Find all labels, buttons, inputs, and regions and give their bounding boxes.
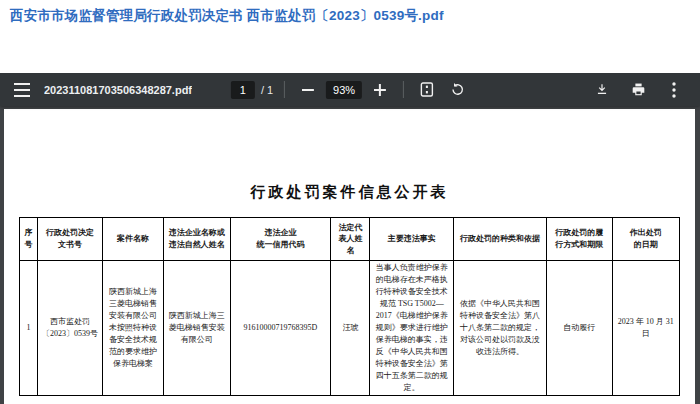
cell-penalty-type-basis: 依据《中华人民共和国特种设备安全法》第八十八条第二款的规定，对该公司处以罚款及没… <box>454 261 546 396</box>
toolbar-divider <box>284 81 285 98</box>
col-header-fulfillment: 行政处罚的履 行方式和期限 <box>546 218 612 261</box>
zoom-out-icon[interactable] <box>296 78 320 102</box>
document-title: 行政处罚案件信息公开表 <box>4 183 695 202</box>
col-header-credit-code: 违法企业 统一信用代码 <box>230 218 331 261</box>
col-header-legal-rep: 法定代 表人姓 名 <box>331 218 370 261</box>
cell-seq: 1 <box>20 261 38 396</box>
cell-decision-number: 西市监处罚〔2023〕0539号 <box>37 261 102 396</box>
pdf-viewer: 202311081703506348287.pdf / 1 93% <box>0 73 700 404</box>
col-header-violator-name: 违法企业名称或 违法自然人姓名 <box>163 218 230 261</box>
fit-page-icon[interactable] <box>415 78 439 102</box>
table-row: 1 西市监处罚〔2023〕0539号 陕西新城上海三菱电梯销售安装有限公司未按照… <box>20 261 680 396</box>
rotate-icon[interactable] <box>445 78 469 102</box>
table-header-row: 序 号 行政处罚决定 文书号 案件名称 违法企业名称或 违法自然人姓名 违法企业… <box>20 218 680 261</box>
col-header-decision-number: 行政处罚决定 文书号 <box>37 218 102 261</box>
menu-icon[interactable] <box>10 78 34 102</box>
pdf-page: 行政处罚案件信息公开表 序 号 行政处罚决定 文书号 案件名称 违法企业名称或 … <box>4 109 695 404</box>
col-header-seq: 序 号 <box>20 218 38 261</box>
page-count-label: / 1 <box>261 84 273 96</box>
pdf-document-link[interactable]: 西安市市场监督管理局行政处罚决定书 西市监处罚〔2023〕0539号.pdf <box>0 0 444 25</box>
download-icon[interactable] <box>590 78 614 102</box>
col-header-penalty-date: 作出处罚 的日期 <box>612 218 679 261</box>
browser-page-header: 西安市市场监督管理局行政处罚决定书 西市监处罚〔2023〕0539号.pdf <box>0 0 700 73</box>
zoom-in-icon[interactable] <box>368 78 392 102</box>
pdf-toolbar: 202311081703506348287.pdf / 1 93% <box>0 73 700 106</box>
toolbar-divider <box>403 81 404 98</box>
toolbar-right-controls <box>590 78 690 102</box>
zoom-level-display: 93% <box>326 81 362 99</box>
pdf-filename: 202311081703506348287.pdf <box>44 84 192 96</box>
print-icon[interactable] <box>626 78 650 102</box>
cell-illegal-facts: 当事人负责维护保养的电梯存在未严格执行特种设备安全技术规范 TSG T5002—… <box>370 261 454 396</box>
cell-case-name: 陕西新城上海三菱电梯销售安装有限公司未按照特种设备安全技术规范的要求维护保养电梯… <box>103 261 164 396</box>
cell-violator-name: 陕西新城上海三菱电梯销售安装有限公司 <box>163 261 230 396</box>
more-options-icon[interactable] <box>662 78 686 102</box>
cell-penalty-date: 2023 年 10 月 31 日 <box>612 261 679 396</box>
col-header-case-name: 案件名称 <box>103 218 164 261</box>
toolbar-center-controls: / 1 93% <box>231 78 469 102</box>
col-header-penalty-type-basis: 行政处罚的种类和依据 <box>454 218 546 261</box>
page-number-input[interactable] <box>231 81 255 99</box>
cell-legal-rep: 汪琥 <box>331 261 370 396</box>
cell-credit-code: 91610000719768395D <box>230 261 331 396</box>
cell-fulfillment: 自动履行 <box>546 261 612 396</box>
col-header-illegal-facts: 主要违法事实 <box>370 218 454 261</box>
penalty-info-table: 序 号 行政处罚决定 文书号 案件名称 违法企业名称或 违法自然人姓名 违法企业… <box>19 217 680 396</box>
